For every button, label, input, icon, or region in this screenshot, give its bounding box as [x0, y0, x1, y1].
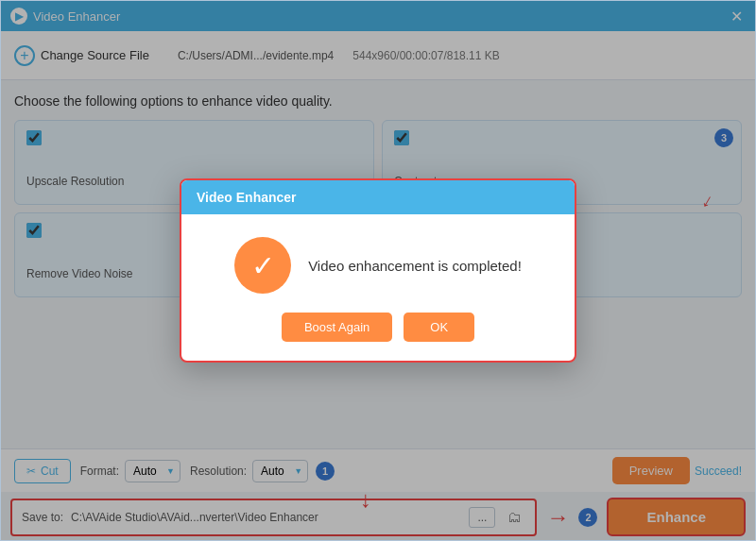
app-window: ▶ Video Enhancer ✕ + Change Source File … [0, 0, 756, 541]
modal-buttons: Boost Again OK [282, 313, 474, 342]
modal-message: Video enhancement is completed! [308, 258, 522, 274]
modal-overlay: Video Enhancer ✓ Video enhancement is co… [1, 1, 755, 540]
modal-dialog: Video Enhancer ✓ Video enhancement is co… [180, 178, 576, 363]
modal-icon-wrapper: ✓ [234, 237, 291, 294]
check-icon: ✓ [251, 249, 275, 282]
ok-button[interactable]: OK [404, 313, 474, 342]
modal-message-row: ✓ Video enhancement is completed! [234, 237, 522, 294]
modal-title-bar: Video Enhancer [181, 180, 575, 214]
boost-again-button[interactable]: Boost Again [282, 313, 392, 342]
modal-body: ✓ Video enhancement is completed! Boost … [181, 214, 575, 361]
